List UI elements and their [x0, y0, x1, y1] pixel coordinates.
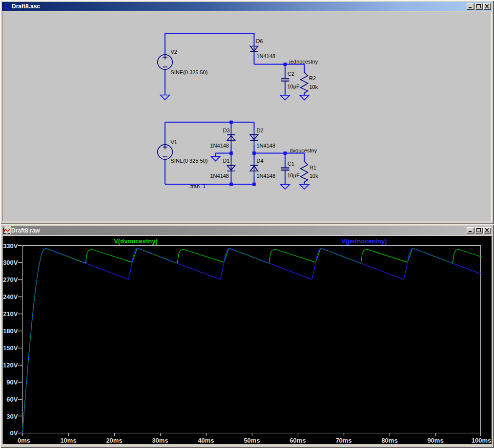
svg-text:D1: D1	[223, 158, 229, 164]
svg-text:V(jednocestny): V(jednocestny)	[341, 237, 387, 245]
svg-text:D4: D4	[257, 158, 264, 164]
svg-text:V(dvoucestny): V(dvoucestny)	[114, 237, 158, 245]
svg-text:1N4148: 1N4148	[257, 173, 276, 179]
svg-text:120V: 120V	[3, 362, 18, 369]
svg-text:90ms: 90ms	[427, 437, 443, 444]
svg-text:240V: 240V	[3, 293, 18, 300]
svg-text:1N4148: 1N4148	[257, 53, 276, 59]
svg-text:D2: D2	[257, 128, 264, 133]
svg-text:1N4148: 1N4148	[257, 143, 276, 149]
svg-text:30V: 30V	[6, 413, 18, 420]
svg-text:300V: 300V	[3, 259, 18, 266]
svg-text:dvoucestny: dvoucestny	[290, 148, 317, 153]
svg-text:C2: C2	[288, 71, 294, 77]
svg-text:270V: 270V	[3, 276, 18, 283]
svg-text:V2: V2	[171, 49, 177, 55]
svg-text:R1: R1	[309, 165, 316, 171]
svg-text:100ms: 100ms	[472, 437, 491, 444]
svg-text:D3: D3	[223, 128, 229, 133]
svg-text:20ms: 20ms	[106, 437, 122, 444]
svg-text:60V: 60V	[6, 396, 18, 403]
svg-text:10µF: 10µF	[288, 172, 300, 178]
svg-text:330V: 330V	[3, 242, 18, 250]
svg-text:70ms: 70ms	[335, 437, 351, 444]
svg-text:SINE(0 325 50): SINE(0 325 50)	[171, 158, 208, 164]
svg-text:0V: 0V	[10, 429, 18, 437]
svg-text:R2: R2	[309, 75, 316, 81]
svg-text:C1: C1	[288, 161, 294, 167]
svg-text:1N4148: 1N4148	[210, 143, 229, 149]
svg-text:SINE(0 325 50): SINE(0 325 50)	[171, 69, 208, 75]
svg-text:30ms: 30ms	[152, 437, 168, 444]
svg-text:60ms: 60ms	[289, 437, 306, 444]
svg-text:10µF: 10µF	[288, 84, 300, 89]
svg-text:210V: 210V	[3, 310, 18, 318]
svg-text:.tran .1: .tran .1	[189, 183, 206, 189]
svg-text:10ms: 10ms	[60, 437, 76, 444]
svg-text:10k: 10k	[309, 84, 318, 90]
svg-text:D6: D6	[256, 38, 263, 44]
svg-text:80ms: 80ms	[381, 437, 397, 444]
svg-text:180V: 180V	[3, 327, 18, 335]
svg-text:10k: 10k	[309, 173, 318, 179]
svg-text:0ms: 0ms	[18, 437, 30, 444]
svg-text:150V: 150V	[3, 344, 18, 352]
svg-text:50ms: 50ms	[244, 437, 260, 444]
svg-text:V1: V1	[171, 139, 177, 145]
svg-text:1N4148: 1N4148	[210, 173, 229, 179]
svg-text:40ms: 40ms	[198, 437, 214, 444]
svg-text:jednocestny: jednocestny	[289, 59, 318, 64]
svg-text:90V: 90V	[6, 379, 18, 386]
